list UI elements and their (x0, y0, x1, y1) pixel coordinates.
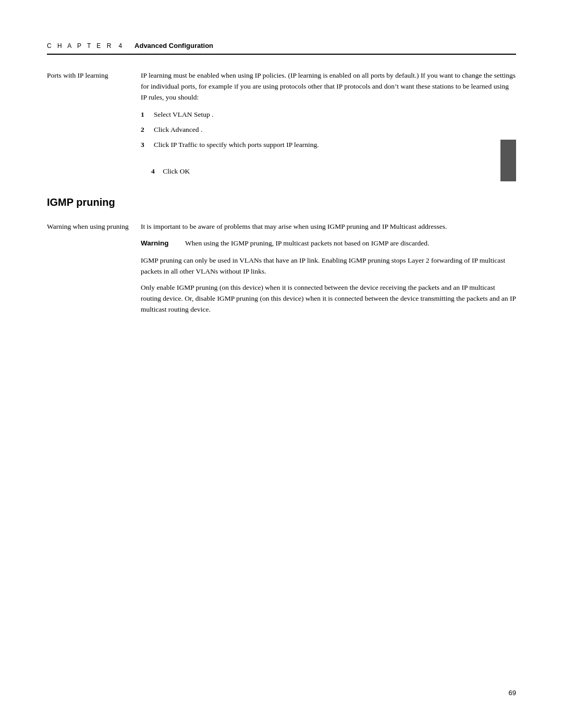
igmp-para1: IGMP pruning can only be used in VLANs t… (141, 255, 516, 277)
warning-block: Warning When using the IGMP pruning, IP … (141, 238, 516, 249)
step-2-number: 2 (141, 125, 154, 135)
sidebar-label-warning: Warning when using pruning (47, 221, 141, 320)
step-4-section: 4 Click OK (151, 167, 516, 176)
step-2: 2 Click Advanced . (141, 125, 516, 135)
step-4-text: Click OK (163, 167, 190, 175)
step-4-number: 4 (151, 167, 155, 175)
step-2-text: Click Advanced . (154, 125, 202, 135)
step-3-number: 3 (141, 140, 154, 151)
ports-ip-learning-section: Ports with IP learning IP learning must … (47, 70, 516, 157)
page-number: 69 (509, 689, 516, 697)
step-3: 3 Click IP Traffic to specify which port… (141, 140, 516, 151)
sidebar-decoration-block (500, 140, 516, 181)
igmp-para2: Only enable IGMP pruning (on this device… (141, 282, 516, 315)
igmp-pruning-section: IGMP pruning Warning when using pruning … (47, 196, 516, 320)
step-3-text: Click IP Traffic to specify which ports … (154, 140, 319, 150)
igmp-pruning-heading: IGMP pruning (47, 196, 516, 208)
warning-text: When using the IGMP pruning, IP multicas… (185, 238, 429, 249)
warning-label: Warning (141, 238, 185, 249)
warning-sidebar-text: Warning when using pruning (47, 223, 129, 230)
igmp-intro: It is important to be aware of problems … (141, 221, 516, 232)
chapter-prefix-label: C H A P T E R (47, 42, 113, 50)
chapter-header: C H A P T E R 4 Advanced Configuration (47, 42, 516, 55)
chapter-number-label: 4 (118, 42, 124, 50)
igmp-main-content: It is important to be aware of problems … (141, 221, 516, 320)
page: C H A P T E R 4 Advanced Configuration P… (0, 0, 563, 728)
steps-list: 1 Select VLAN Setup . 2 Click Advanced .… (141, 109, 516, 151)
step-1: 1 Select VLAN Setup . (141, 109, 516, 120)
step-1-text: Select VLAN Setup . (154, 109, 214, 120)
step-3-action: Click IP Traffic (154, 141, 198, 149)
step-3-continuation: to specify which ports support IP learni… (198, 141, 319, 149)
chapter-title-label: Advanced Configuration (134, 42, 213, 50)
step-1-number: 1 (141, 109, 154, 120)
ports-ip-learning-content: IP learning must be enabled when using I… (141, 70, 516, 157)
igmp-content-section: Warning when using pruning It is importa… (47, 221, 516, 320)
intro-paragraph: IP learning must be enabled when using I… (141, 70, 516, 103)
sidebar-label-ports: Ports with IP learning (47, 70, 141, 157)
